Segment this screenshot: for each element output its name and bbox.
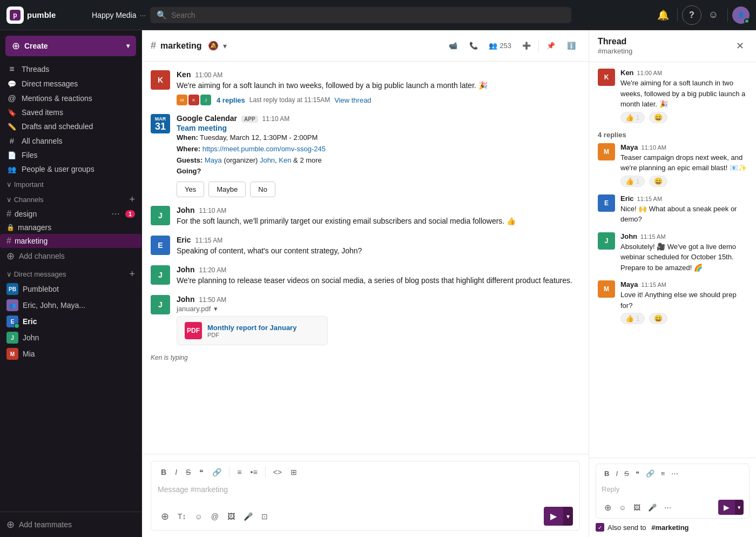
dm-section-label: ∨ Direct messages bbox=[6, 270, 66, 278]
dm-john[interactable]: J John bbox=[0, 330, 141, 346]
reaction-maya2-thumbsup[interactable]: 👍 1 bbox=[620, 313, 645, 324]
italic-button[interactable]: I bbox=[172, 466, 180, 479]
more-options-button[interactable]: ⊡ bbox=[258, 508, 271, 525]
dm-section[interactable]: ∨ Direct messages + bbox=[0, 264, 141, 281]
thread-attach-button[interactable]: ⊕ bbox=[602, 500, 614, 515]
sidebar-item-saved[interactable]: 🔖 Saved items bbox=[0, 105, 141, 119]
add-channels-item[interactable]: ⊕ Add channels bbox=[0, 248, 141, 264]
add-dm-icon[interactable]: + bbox=[129, 268, 135, 280]
audio-button[interactable]: 🎤 bbox=[240, 508, 256, 525]
thread-close-button[interactable]: ✕ bbox=[732, 38, 747, 53]
mention-button[interactable]: @ bbox=[208, 508, 222, 525]
user-avatar[interactable]: 👤 bbox=[732, 6, 750, 24]
design-more-icon[interactable]: ⋯ bbox=[111, 209, 120, 219]
video-call-button[interactable]: 📹 bbox=[444, 39, 462, 52]
thread-bold-button[interactable]: B bbox=[602, 467, 612, 480]
unordered-list-button[interactable]: •≡ bbox=[247, 466, 261, 479]
file-dropdown-icon[interactable]: ▾ bbox=[214, 305, 218, 313]
dm-mia[interactable]: M Mia bbox=[0, 346, 141, 362]
thread-more-button[interactable]: ⋯ bbox=[669, 467, 681, 480]
thread-reply-maya-2: M Maya 11:15 AM Love it! Anything else w… bbox=[598, 280, 747, 324]
guest-maya-link[interactable]: Maya bbox=[205, 156, 222, 164]
also-send-checkbox[interactable]: ✓ bbox=[596, 523, 604, 532]
gif-button[interactable]: 🖼 bbox=[224, 508, 238, 525]
dm-eric-john-maya[interactable]: 👥 Eric, John, Maya... bbox=[0, 297, 141, 313]
thread-emoji-button[interactable]: ☺ bbox=[616, 500, 629, 515]
channels-section[interactable]: ∨ Channels + bbox=[0, 190, 141, 206]
thread-strikethrough-button[interactable]: S bbox=[622, 467, 632, 480]
sidebar-item-people[interactable]: 👥 People & user groups bbox=[0, 162, 141, 176]
create-button[interactable]: ⊕ Create ▾ bbox=[5, 36, 136, 56]
thread-reply-input[interactable]: Reply bbox=[602, 483, 744, 495]
code-button[interactable]: <> bbox=[270, 466, 285, 479]
notifications-button[interactable]: 🔔 bbox=[653, 5, 673, 25]
emoji-status-button[interactable]: ☺ bbox=[704, 5, 723, 25]
thread-gif-button[interactable]: 🖼 bbox=[631, 500, 643, 515]
sidebar-item-files[interactable]: 📄 Files bbox=[0, 148, 141, 162]
channel-dropdown-icon[interactable]: ▾ bbox=[223, 42, 227, 50]
reaction-maya2-smile[interactable]: 😄 bbox=[649, 313, 667, 324]
thread-options-button[interactable]: ⋯ bbox=[662, 500, 674, 515]
thread-blockquote-button[interactable]: ❝ bbox=[633, 467, 642, 480]
link-button[interactable]: 🔗 bbox=[209, 466, 225, 479]
channel-item-marketing[interactable]: # marketing bbox=[0, 234, 141, 248]
managers-lock-icon: 🔒 bbox=[6, 224, 15, 231]
text-format-button[interactable]: T↕ bbox=[174, 508, 190, 525]
sidebar-item-dms[interactable]: 💬 Direct messages bbox=[0, 77, 141, 91]
thread-italic-button[interactable]: I bbox=[613, 467, 620, 480]
add-channel-icon[interactable]: + bbox=[129, 194, 135, 205]
important-section[interactable]: ∨ Important bbox=[0, 176, 141, 190]
sidebar-item-mentions[interactable]: @ Mentions & reactions bbox=[0, 91, 141, 105]
notifications-mute-icon[interactable]: 🔕 bbox=[208, 41, 219, 51]
rsvp-no-button[interactable]: No bbox=[250, 182, 275, 197]
code-block-button[interactable]: ⊞ bbox=[287, 466, 300, 479]
add-member-button[interactable]: ➕ bbox=[518, 39, 535, 52]
thread-list-button[interactable]: ≡ bbox=[658, 467, 668, 480]
sidebar-item-threads[interactable]: ≡ Threads bbox=[0, 62, 141, 77]
sidebar-item-all-channels[interactable]: # All channels bbox=[0, 133, 141, 148]
replies-link[interactable]: 4 replies bbox=[217, 96, 245, 104]
event-link[interactable]: https://meet.pumble.com/omv-ssog-245 bbox=[202, 145, 326, 153]
file-attachment[interactable]: PDF Monthly report for January PDF bbox=[177, 316, 328, 345]
thread-send-caret-button[interactable]: ▾ bbox=[735, 500, 744, 515]
ordered-list-button[interactable]: ≡ bbox=[234, 466, 245, 479]
rsvp-yes-button[interactable]: Yes bbox=[177, 182, 204, 197]
view-thread-link[interactable]: View thread bbox=[334, 96, 371, 104]
search-bar[interactable]: 🔍 bbox=[150, 7, 571, 23]
send-button[interactable]: ▶ bbox=[544, 507, 563, 526]
thread-audio-button[interactable]: 🎤 bbox=[645, 500, 659, 515]
thread-link-button[interactable]: 🔗 bbox=[643, 467, 657, 480]
reaction-thumbsup[interactable]: 👍 1 bbox=[620, 112, 645, 123]
rsvp-maybe-button[interactable]: Maybe bbox=[208, 182, 246, 197]
channel-item-design[interactable]: # design ⋯ 1 bbox=[0, 206, 141, 221]
add-teammates-item[interactable]: ⊕ Add teammates bbox=[0, 516, 141, 533]
strikethrough-button[interactable]: S bbox=[183, 466, 194, 479]
pin-button[interactable]: 📌 bbox=[542, 39, 559, 52]
sidebar-item-drafts[interactable]: ✏️ Drafts and scheduled bbox=[0, 119, 141, 133]
voice-call-button[interactable]: 📞 bbox=[465, 39, 482, 52]
dm-eric[interactable]: E Eric bbox=[0, 313, 141, 330]
message-input[interactable]: Message #marketing bbox=[158, 483, 573, 502]
info-button[interactable]: ℹ️ bbox=[563, 39, 580, 52]
reaction-smile[interactable]: 😄 bbox=[649, 112, 667, 123]
thread-send-button[interactable]: ▶ bbox=[718, 500, 735, 515]
reaction-maya-thumbsup[interactable]: 👍 1 bbox=[620, 176, 645, 187]
members-count[interactable]: 👥 253 bbox=[485, 39, 515, 52]
guest-john-link[interactable]: John bbox=[260, 156, 275, 164]
bold-button[interactable]: B bbox=[158, 466, 170, 479]
workspace-selector[interactable]: Happy Media ··· bbox=[92, 11, 146, 19]
guest-ken-link[interactable]: Ken bbox=[279, 156, 291, 164]
reaction-maya-smile[interactable]: 😄 bbox=[649, 176, 667, 187]
thread-header: Thread #marketing ✕ bbox=[589, 30, 756, 62]
send-caret-button[interactable]: ▾ bbox=[563, 507, 573, 526]
workspace-more-icon: ··· bbox=[140, 11, 146, 19]
search-input[interactable] bbox=[171, 11, 565, 19]
file-name[interactable]: Monthly report for January bbox=[207, 324, 296, 332]
thread-reply-maya-1: M Maya 11:10 AM Teaser campaign drops ne… bbox=[598, 143, 747, 187]
blockquote-button[interactable]: ❝ bbox=[196, 466, 207, 479]
help-button[interactable]: ? bbox=[682, 5, 701, 25]
channel-item-managers[interactable]: 🔒 managers bbox=[0, 221, 141, 234]
attach-plus-button[interactable]: ⊕ bbox=[158, 508, 172, 525]
emoji-button[interactable]: ☺ bbox=[192, 508, 206, 525]
dm-pumblebot[interactable]: PB Pumblebot bbox=[0, 281, 141, 297]
